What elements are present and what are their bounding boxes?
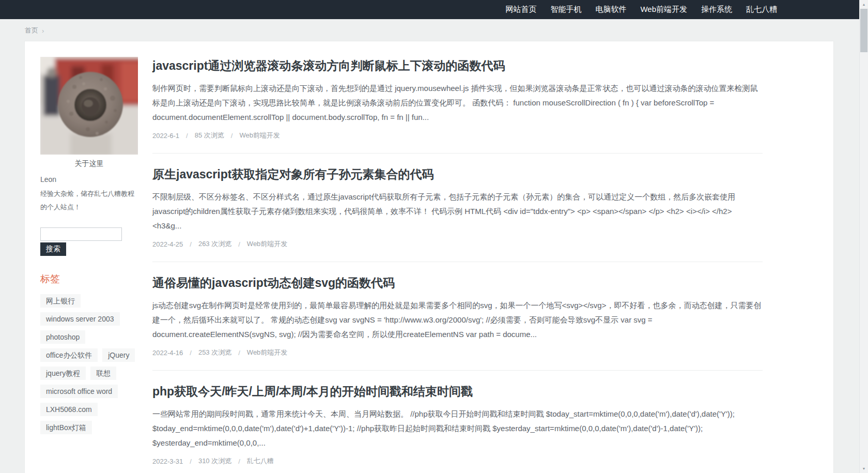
article-date: 2022-3-31: [152, 457, 183, 465]
nav-item-software[interactable]: 电脑软件: [595, 5, 626, 14]
nav-item-misc[interactable]: 乱七八糟: [746, 5, 777, 14]
tag-online-banking[interactable]: 网上银行: [40, 294, 81, 308]
tag-jquery[interactable]: jQuery: [102, 348, 135, 362]
article-title-link[interactable]: 通俗易懂的javascript动态创建svg的函数代码: [152, 275, 763, 291]
article-date: 2022-4-25: [152, 240, 183, 248]
meta-separator: /: [238, 240, 240, 248]
meta-separator: /: [238, 349, 240, 357]
article-excerpt: 一些网站常用的期间段时间戳，通常用来统计今天、本周、当月网站数据。 //php获…: [152, 407, 763, 450]
meta-separator: /: [238, 457, 240, 465]
about-photo[interactable]: [40, 57, 138, 155]
article-category-link[interactable]: 乱七八糟: [247, 456, 274, 466]
article-item: 通俗易懂的javascript动态创建svg的函数代码 js动态创建svg在制作…: [152, 275, 763, 371]
breadcrumb-home-link[interactable]: 首页: [25, 26, 38, 35]
article-views: 310 次浏览: [198, 456, 231, 466]
main-card: 关于这里 Leon 经验大杂烩，储存乱七八糟教程的个人站点！ 搜索 标签 网上银…: [25, 41, 833, 473]
search-button[interactable]: 搜索: [40, 242, 66, 256]
nav-item-home[interactable]: 网站首页: [505, 5, 536, 14]
millstone-photo-graphic: [40, 57, 138, 155]
article-meta: 2022-6-1 / 85 次浏览 / Web前端开发: [152, 131, 763, 140]
article-category-link[interactable]: Web前端开发: [247, 239, 288, 249]
article-excerpt: 不限制层级、不区分标签名、不区分样式名，通过原生javascript代码获取所有…: [152, 190, 763, 233]
author-name: Leon: [40, 175, 138, 184]
sidebar: 关于这里 Leon 经验大杂烩，储存乱七八糟教程的个人站点！ 搜索 标签 网上银…: [40, 57, 138, 473]
article-title-link[interactable]: 原生javascript获取指定对象所有子孙元素集合的代码: [152, 166, 763, 182]
article-item: javascript通过浏览器滚动条滚动方向判断鼠标上下滚动的函数代码 制作网页…: [152, 58, 763, 154]
meta-separator: /: [190, 349, 192, 357]
tag-lightbox[interactable]: lightBox灯箱: [40, 421, 92, 434]
article-category-link[interactable]: Web前端开发: [239, 131, 280, 140]
article-views: 263 次浏览: [198, 239, 231, 249]
article-item: 原生javascript获取指定对象所有子孙元素集合的代码 不限制层级、不区分标…: [152, 166, 763, 262]
article-meta: 2022-4-16 / 253 次浏览 / Web前端开发: [152, 348, 763, 357]
article-date: 2022-4-16: [152, 349, 183, 357]
tag-lxh5068[interactable]: LXH5068.com: [40, 403, 98, 416]
author-description: 经验大杂烩，储存乱七八糟教程的个人站点！: [40, 187, 138, 214]
tags-list: 网上银行 windows server 2003 photoshop offic…: [40, 294, 138, 434]
tag-jquery-tutorial[interactable]: jquery教程: [40, 367, 86, 380]
article-meta: 2022-3-31 / 310 次浏览 / 乱七八糟: [152, 456, 763, 466]
article-excerpt: 制作网页时，需要判断鼠标向上滚动还是向下滚动，首先想到的是通过 jquery.m…: [152, 81, 763, 125]
tag-microsoft-office-word[interactable]: microsoft office word: [40, 385, 118, 398]
top-navbar: 网站首页 智能手机 电脑软件 Web前端开发 操作系统 乱七八糟: [0, 0, 868, 19]
nav-item-smartphone[interactable]: 智能手机: [550, 5, 581, 14]
scroll-up-icon[interactable]: ▲: [860, 0, 868, 9]
nav-item-web-frontend[interactable]: Web前端开发: [640, 5, 687, 14]
article-title-link[interactable]: php获取今天/昨天/上周/本周/本月的开始时间戳和结束时间戳: [152, 384, 763, 399]
article-excerpt: js动态创建svg在制作网页时是经常使用到的，最简单最容易理解的用处就是如果需要…: [152, 298, 763, 342]
meta-separator: /: [186, 132, 188, 140]
breadcrumb-separator-icon: ›: [42, 27, 44, 35]
search-box: 搜索: [40, 227, 138, 256]
article-views: 253 次浏览: [198, 348, 231, 357]
scroll-down-icon[interactable]: ▼: [860, 464, 868, 473]
search-input[interactable]: [40, 227, 122, 241]
meta-separator: /: [231, 132, 233, 140]
article-date: 2022-6-1: [152, 132, 179, 140]
meta-separator: /: [190, 457, 192, 465]
article-item: php获取今天/昨天/上周/本周/本月的开始时间戳和结束时间戳 一些网站常用的期…: [152, 384, 763, 473]
about-caption: 关于这里: [40, 159, 138, 169]
nav-item-os[interactable]: 操作系统: [701, 5, 732, 14]
tag-lenovo[interactable]: 联想: [90, 367, 116, 380]
tags-section-title: 标签: [40, 272, 138, 286]
article-views: 85 次浏览: [195, 131, 224, 140]
scrollbar-thumb[interactable]: [860, 9, 867, 52]
meta-separator: /: [190, 240, 192, 248]
tag-windows-server-2003[interactable]: windows server 2003: [40, 312, 120, 326]
article-category-link[interactable]: Web前端开发: [247, 348, 288, 357]
article-list: javascript通过浏览器滚动条滚动方向判断鼠标上下滚动的函数代码 制作网页…: [152, 57, 763, 473]
tag-photoshop[interactable]: photoshop: [40, 330, 85, 344]
tag-office-software[interactable]: office办公软件: [40, 348, 98, 362]
article-title-link[interactable]: javascript通过浏览器滚动条滚动方向判断鼠标上下滚动的函数代码: [152, 58, 763, 73]
breadcrumb: 首页 ›: [25, 26, 44, 35]
vertical-scrollbar[interactable]: ▲ ▼: [859, 0, 868, 473]
article-meta: 2022-4-25 / 263 次浏览 / Web前端开发: [152, 239, 763, 249]
